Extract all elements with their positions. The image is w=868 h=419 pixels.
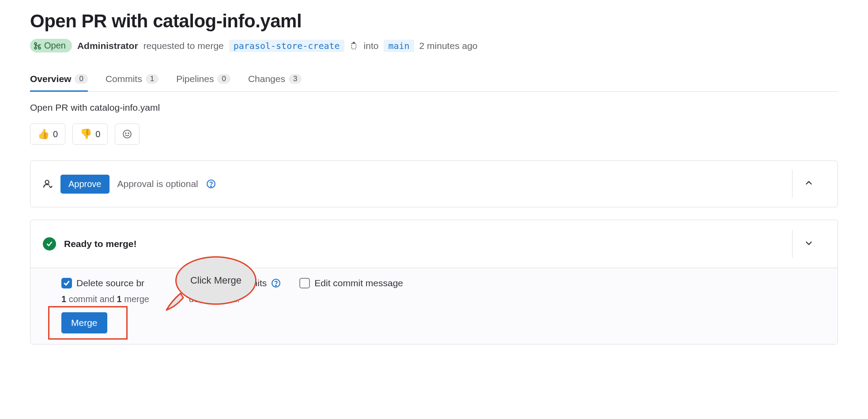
tab-commits[interactable]: Commits 1 [106, 74, 159, 92]
tab-pipelines[interactable]: Pipelines 0 [176, 74, 230, 92]
merge-button[interactable]: Merge [61, 312, 107, 333]
pr-tabs: Overview 0 Commits 1 Pipelines 0 Changes… [30, 74, 838, 92]
tab-count: 1 [146, 74, 159, 84]
thumbs-up-count: 0 [53, 129, 58, 139]
svg-point-2 [38, 47, 41, 49]
pr-meta-row: Open Administrator requested to merge pa… [30, 39, 838, 52]
tab-count: 0 [217, 74, 230, 84]
reactions-row: 👍 0 👎 0 [30, 123, 838, 145]
tab-changes[interactable]: Changes 3 [248, 74, 302, 92]
add-reaction-button[interactable] [115, 123, 140, 145]
status-label: Open [44, 41, 66, 51]
tab-overview[interactable]: Overview 0 [30, 74, 88, 92]
svg-point-1 [34, 47, 37, 49]
svg-point-12 [275, 285, 276, 286]
target-branch-chip[interactable]: main [384, 40, 414, 52]
svg-point-10 [211, 186, 211, 187]
tab-count: 3 [289, 74, 302, 84]
delete-source-branch-checkbox[interactable] [61, 278, 72, 288]
thumbs-up-button[interactable]: 👍 0 [30, 123, 65, 145]
merge-request-icon [34, 42, 42, 50]
thumbs-down-count: 0 [95, 129, 100, 139]
chevron-down-icon[interactable] [805, 239, 813, 247]
author-name[interactable]: Administrator [77, 41, 138, 51]
thumbs-up-icon: 👍 [38, 128, 49, 140]
source-branch-chip[interactable]: parasol-store-create [229, 40, 344, 52]
ready-to-merge-text: Ready to merge! [64, 239, 137, 249]
delete-source-branch-label: Delete source br [76, 278, 144, 288]
pr-description: Open PR with catalog-info.yaml [30, 102, 838, 113]
created-timestamp: 2 minutes ago [419, 41, 478, 51]
thumbs-down-icon: 👎 [80, 128, 92, 140]
annotation-callout: Click Merge [175, 256, 257, 305]
copy-branch-icon[interactable] [350, 41, 359, 50]
svg-point-7 [128, 133, 129, 134]
svg-point-6 [125, 133, 126, 134]
approval-optional-text: Approval is optional [117, 179, 198, 189]
status-badge: Open [30, 39, 72, 52]
pr-title: Open PR with catalog-info.yaml [30, 11, 838, 32]
into-text: into [364, 41, 379, 51]
edit-commit-message-checkbox[interactable] [299, 278, 310, 288]
svg-rect-3 [351, 43, 356, 49]
ready-check-icon [43, 237, 56, 251]
tab-label: Overview [30, 74, 71, 84]
tab-count: 0 [75, 74, 87, 84]
chevron-up-icon[interactable] [805, 179, 813, 187]
svg-point-8 [45, 180, 49, 184]
approve-button[interactable]: Approve [60, 175, 109, 194]
edit-commit-message-label: Edit commit message [314, 278, 403, 288]
tab-label: Changes [248, 74, 285, 84]
smiley-icon [122, 129, 132, 139]
help-icon[interactable] [271, 278, 281, 288]
reviewer-icon[interactable] [43, 179, 53, 189]
help-icon[interactable] [206, 179, 216, 189]
thumbs-down-button[interactable]: 👎 0 [72, 123, 108, 145]
callout-text: Click Merge [190, 275, 242, 286]
svg-rect-4 [353, 42, 355, 43]
tab-label: Pipelines [176, 74, 214, 84]
requested-text: requested to merge [143, 41, 224, 51]
tab-label: Commits [106, 74, 142, 84]
merge-panel: Ready to merge! Delete source br Squash … [30, 220, 838, 344]
approval-panel: Approve Approval is optional [30, 161, 838, 207]
svg-point-5 [123, 130, 131, 138]
